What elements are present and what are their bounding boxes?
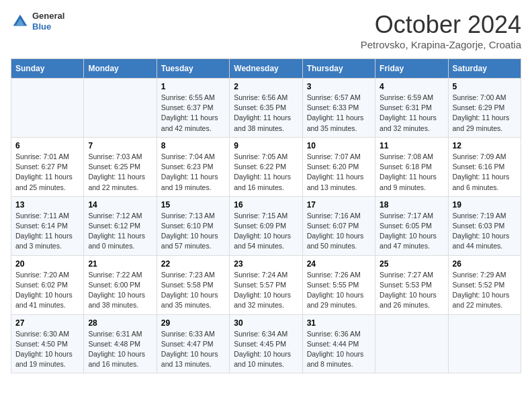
calendar-cell: [375, 314, 448, 373]
calendar-cell: 19Sunrise: 7:19 AM Sunset: 6:03 PM Dayli…: [448, 196, 521, 255]
calendar-cell: 13Sunrise: 7:11 AM Sunset: 6:14 PM Dayli…: [11, 196, 84, 255]
logo-icon: [11, 12, 30, 31]
calendar-table: SundayMondayTuesdayWednesdayThursdayFrid…: [11, 58, 521, 373]
day-of-week-header: Wednesday: [230, 59, 302, 79]
cell-info: Sunrise: 7:20 AM Sunset: 6:02 PM Dayligh…: [15, 270, 79, 311]
day-number: 30: [234, 318, 298, 328]
calendar-cell: [11, 79, 84, 138]
cell-info: Sunrise: 6:36 AM Sunset: 4:44 PM Dayligh…: [307, 329, 371, 370]
calendar-cell: 30Sunrise: 6:34 AM Sunset: 4:45 PM Dayli…: [230, 314, 302, 373]
cell-info: Sunrise: 6:30 AM Sunset: 4:50 PM Dayligh…: [15, 329, 79, 370]
cell-info: Sunrise: 6:57 AM Sunset: 6:33 PM Dayligh…: [307, 93, 371, 134]
logo-general: General: [32, 11, 64, 21]
cell-info: Sunrise: 6:56 AM Sunset: 6:35 PM Dayligh…: [234, 93, 298, 134]
cell-info: Sunrise: 6:55 AM Sunset: 6:37 PM Dayligh…: [161, 93, 225, 134]
cell-info: Sunrise: 7:00 AM Sunset: 6:29 PM Dayligh…: [453, 93, 517, 134]
cell-info: Sunrise: 7:03 AM Sunset: 6:25 PM Dayligh…: [88, 152, 152, 193]
calendar-cell: 10Sunrise: 7:07 AM Sunset: 6:20 PM Dayli…: [302, 137, 375, 196]
cell-info: Sunrise: 7:15 AM Sunset: 6:09 PM Dayligh…: [234, 211, 298, 252]
calendar-week-row: 1Sunrise: 6:55 AM Sunset: 6:37 PM Daylig…: [11, 79, 521, 138]
cell-info: Sunrise: 7:29 AM Sunset: 5:52 PM Dayligh…: [453, 270, 517, 311]
logo-text: General Blue: [32, 11, 64, 32]
cell-info: Sunrise: 7:27 AM Sunset: 5:53 PM Dayligh…: [380, 270, 443, 311]
day-of-week-header: Sunday: [11, 59, 84, 79]
calendar-cell: 22Sunrise: 7:23 AM Sunset: 5:58 PM Dayli…: [157, 255, 229, 314]
day-number: 2: [234, 82, 298, 91]
cell-info: Sunrise: 7:12 AM Sunset: 6:12 PM Dayligh…: [88, 211, 152, 252]
day-number: 10: [307, 141, 371, 150]
cell-info: Sunrise: 7:01 AM Sunset: 6:27 PM Dayligh…: [15, 152, 79, 193]
cell-info: Sunrise: 7:23 AM Sunset: 5:58 PM Dayligh…: [161, 270, 225, 311]
calendar-cell: 16Sunrise: 7:15 AM Sunset: 6:09 PM Dayli…: [230, 196, 302, 255]
cell-info: Sunrise: 6:34 AM Sunset: 4:45 PM Dayligh…: [234, 329, 298, 370]
logo: General Blue: [11, 11, 64, 32]
page-header: General Blue October 2024 Petrovsko, Kra…: [11, 11, 521, 50]
day-number: 28: [88, 318, 152, 328]
calendar-cell: 14Sunrise: 7:12 AM Sunset: 6:12 PM Dayli…: [84, 196, 157, 255]
cell-info: Sunrise: 6:33 AM Sunset: 4:47 PM Dayligh…: [161, 329, 225, 370]
calendar-cell: 15Sunrise: 7:13 AM Sunset: 6:10 PM Dayli…: [157, 196, 229, 255]
calendar-cell: 5Sunrise: 7:00 AM Sunset: 6:29 PM Daylig…: [448, 79, 521, 138]
day-number: 19: [453, 200, 517, 210]
day-number: 7: [88, 141, 152, 150]
calendar-cell: 23Sunrise: 7:24 AM Sunset: 5:57 PM Dayli…: [230, 255, 302, 314]
cell-info: Sunrise: 6:59 AM Sunset: 6:31 PM Dayligh…: [380, 93, 443, 134]
calendar-cell: 4Sunrise: 6:59 AM Sunset: 6:31 PM Daylig…: [375, 79, 448, 138]
calendar-week-row: 27Sunrise: 6:30 AM Sunset: 4:50 PM Dayli…: [11, 314, 521, 373]
calendar-cell: 20Sunrise: 7:20 AM Sunset: 6:02 PM Dayli…: [11, 255, 84, 314]
cell-info: Sunrise: 7:04 AM Sunset: 6:23 PM Dayligh…: [161, 152, 225, 193]
location: Petrovsko, Krapina-Zagorje, Croatia: [361, 39, 521, 50]
day-number: 14: [88, 200, 152, 210]
day-number: 18: [380, 200, 443, 210]
day-number: 24: [307, 259, 371, 269]
cell-info: Sunrise: 6:31 AM Sunset: 4:48 PM Dayligh…: [88, 329, 152, 370]
day-number: 26: [453, 259, 517, 269]
cell-info: Sunrise: 7:19 AM Sunset: 6:03 PM Dayligh…: [453, 211, 517, 252]
calendar-cell: 31Sunrise: 6:36 AM Sunset: 4:44 PM Dayli…: [302, 314, 375, 373]
day-number: 21: [88, 259, 152, 269]
calendar-cell: 29Sunrise: 6:33 AM Sunset: 4:47 PM Dayli…: [157, 314, 229, 373]
calendar-cell: 18Sunrise: 7:17 AM Sunset: 6:05 PM Dayli…: [375, 196, 448, 255]
calendar-cell: [84, 79, 157, 138]
day-of-week-header: Saturday: [448, 59, 521, 79]
calendar-cell: 28Sunrise: 6:31 AM Sunset: 4:48 PM Dayli…: [84, 314, 157, 373]
month-title: October 2024: [361, 11, 521, 39]
calendar-cell: 11Sunrise: 7:08 AM Sunset: 6:18 PM Dayli…: [375, 137, 448, 196]
cell-info: Sunrise: 7:08 AM Sunset: 6:18 PM Dayligh…: [380, 152, 443, 193]
calendar-cell: 9Sunrise: 7:05 AM Sunset: 6:22 PM Daylig…: [230, 137, 302, 196]
day-number: 23: [234, 259, 298, 269]
calendar-cell: 2Sunrise: 6:56 AM Sunset: 6:35 PM Daylig…: [230, 79, 302, 138]
day-number: 17: [307, 200, 371, 210]
calendar-cell: 21Sunrise: 7:22 AM Sunset: 6:00 PM Dayli…: [84, 255, 157, 314]
day-of-week-header: Thursday: [302, 59, 375, 79]
cell-info: Sunrise: 7:05 AM Sunset: 6:22 PM Dayligh…: [234, 152, 298, 193]
calendar-cell: 26Sunrise: 7:29 AM Sunset: 5:52 PM Dayli…: [448, 255, 521, 314]
day-of-week-header: Monday: [84, 59, 157, 79]
cell-info: Sunrise: 7:22 AM Sunset: 6:00 PM Dayligh…: [88, 270, 152, 311]
cell-info: Sunrise: 7:07 AM Sunset: 6:20 PM Dayligh…: [307, 152, 371, 193]
day-of-week-header: Friday: [375, 59, 448, 79]
cell-info: Sunrise: 7:24 AM Sunset: 5:57 PM Dayligh…: [234, 270, 298, 311]
calendar-cell: [448, 314, 521, 373]
day-number: 22: [161, 259, 225, 269]
calendar-header-row: SundayMondayTuesdayWednesdayThursdayFrid…: [11, 59, 521, 79]
calendar-cell: 6Sunrise: 7:01 AM Sunset: 6:27 PM Daylig…: [11, 137, 84, 196]
day-number: 29: [161, 318, 225, 328]
calendar-cell: 27Sunrise: 6:30 AM Sunset: 4:50 PM Dayli…: [11, 314, 84, 373]
title-section: October 2024 Petrovsko, Krapina-Zagorje,…: [361, 11, 521, 50]
day-number: 15: [161, 200, 225, 210]
day-number: 20: [15, 259, 79, 269]
calendar-cell: 8Sunrise: 7:04 AM Sunset: 6:23 PM Daylig…: [157, 137, 229, 196]
day-number: 5: [453, 82, 517, 91]
calendar-cell: 17Sunrise: 7:16 AM Sunset: 6:07 PM Dayli…: [302, 196, 375, 255]
day-number: 27: [15, 318, 79, 328]
cell-info: Sunrise: 7:17 AM Sunset: 6:05 PM Dayligh…: [380, 211, 443, 252]
calendar-week-row: 13Sunrise: 7:11 AM Sunset: 6:14 PM Dayli…: [11, 196, 521, 255]
cell-info: Sunrise: 7:26 AM Sunset: 5:55 PM Dayligh…: [307, 270, 371, 311]
calendar-week-row: 6Sunrise: 7:01 AM Sunset: 6:27 PM Daylig…: [11, 137, 521, 196]
day-number: 4: [380, 82, 443, 91]
day-number: 13: [15, 200, 79, 210]
cell-info: Sunrise: 7:09 AM Sunset: 6:16 PM Dayligh…: [453, 152, 517, 193]
calendar-cell: 24Sunrise: 7:26 AM Sunset: 5:55 PM Dayli…: [302, 255, 375, 314]
cell-info: Sunrise: 7:13 AM Sunset: 6:10 PM Dayligh…: [161, 211, 225, 252]
